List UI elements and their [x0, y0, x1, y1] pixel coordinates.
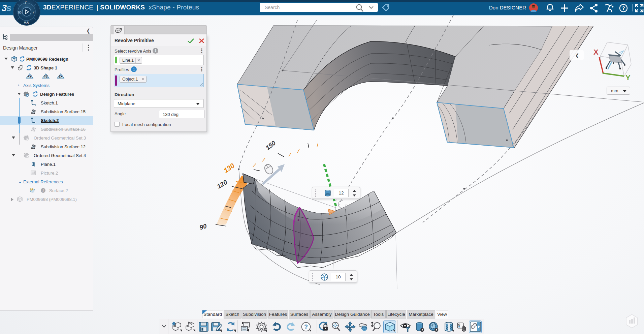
svg-text:120: 120 [216, 178, 228, 190]
svg-text:!: ! [31, 188, 32, 190]
svg-text:?: ? [622, 5, 625, 11]
svg-text:90: 90 [199, 222, 208, 231]
svg-text:s: s [6, 3, 11, 13]
svg-text:3: 3 [2, 3, 7, 13]
svg-text:y: y [25, 0, 27, 4]
svg-text:Y: Y [625, 73, 631, 82]
svg-text:3D: 3D [18, 11, 22, 14]
svg-text:YZ: YZ [44, 75, 48, 78]
svg-text:i: i [43, 189, 44, 192]
svg-text:❮: ❮ [575, 53, 579, 58]
svg-text:150: 150 [264, 139, 277, 151]
svg-text:V.R: V.R [24, 21, 29, 24]
svg-text:ZX: ZX [59, 75, 63, 78]
svg-text:X: X [593, 48, 599, 56]
svg-text:?: ? [304, 324, 308, 330]
svg-text:XY: XY [27, 75, 32, 78]
svg-text:130: 130 [222, 162, 236, 174]
